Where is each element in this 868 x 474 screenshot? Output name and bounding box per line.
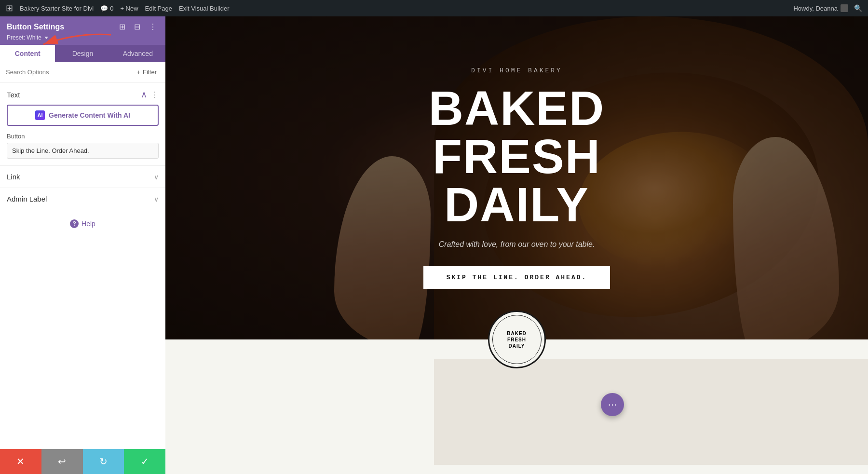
hero-title: BAKED FRESH DAILY [343,84,691,229]
hero-section: DIVI HOME BAKERY BAKED FRESH DAILY Craft… [165,16,868,339]
stamp-text: BAKED FRESH DAILY [507,330,527,349]
help-label: Help [81,220,95,228]
panel-preset[interactable]: Preset: White [7,34,159,41]
new-link[interactable]: + New [120,5,138,12]
preset-dropdown-arrow [44,37,48,39]
text-section-header: Text ∧ ⋮ [0,82,165,105]
panel-tabs: Content Design Advanced [0,45,165,62]
section-menu-btn[interactable]: ⋮ [151,90,159,99]
hero-subtitle: DIVI HOME BAKERY [343,67,691,74]
duplicate-icon-btn[interactable]: ⊞ [117,21,127,32]
save-icon: ✓ [141,456,149,467]
preset-label: Preset: White [7,34,41,41]
content-card [434,359,868,465]
button-text-input[interactable] [7,143,159,159]
stamp-seal: BAKED FRESH DAILY [488,311,546,368]
user-avatar [841,4,848,12]
link-section-title: Link [7,173,20,181]
close-button[interactable]: ✕ [0,449,41,474]
hero-title-line1: BAKED FRESH [343,84,691,180]
wp-admin-bar: ⊞ Bakery Starter Site for Divi 💬 0 + New… [0,0,868,16]
link-section-header[interactable]: Link ∨ [0,166,165,188]
save-button[interactable]: ✓ [124,449,165,474]
comment-icon: 💬 [100,5,108,12]
hero-title-line2: DAILY [343,180,691,229]
undo-icon: ↩ [58,456,66,467]
link-chevron-icon: ∨ [154,173,159,181]
search-bar: + Filter [0,62,165,82]
ai-icon: AI [35,110,45,120]
tab-content[interactable]: Content [0,45,55,62]
ai-generate-label: Generate Content With AI [49,111,130,119]
edit-page-link[interactable]: Edit Page [145,5,172,12]
tab-advanced[interactable]: Advanced [110,45,165,62]
undo-button[interactable]: ↩ [41,449,83,474]
section-collapse-btn[interactable]: ∧ [141,89,147,100]
comment-bubble[interactable]: 💬 0 [100,5,113,12]
admin-label-chevron-icon: ∨ [154,195,159,203]
panel-content: Text ∧ ⋮ AI Generate Content With AI But… [0,82,165,449]
panel-header: Button Settings ⊞ ⊟ ⋮ Preset: White [0,16,165,45]
main-layout: Button Settings ⊞ ⊟ ⋮ Preset: White [0,16,868,474]
close-icon: ✕ [16,456,25,467]
admin-bar-left: ⊞ Bakery Starter Site for Divi 💬 0 + New… [6,3,230,14]
comment-count: 0 [110,5,113,12]
site-name-link[interactable]: Bakery Starter Site for Divi [20,5,94,12]
text-section-title: Text [7,91,20,99]
link-section: Link ∨ [0,165,165,188]
tab-design[interactable]: Design [55,45,110,62]
hero-content: DIVI HOME BAKERY BAKED FRESH DAILY Craft… [324,67,710,289]
exit-builder-link[interactable]: Exit Visual Builder [179,5,230,12]
admin-label-section: Admin Label ∨ [0,188,165,210]
section-controls: ∧ ⋮ [141,89,159,100]
left-panel: Button Settings ⊞ ⊟ ⋮ Preset: White [0,16,165,474]
hero-description: Crafted with love, from our oven to your… [343,240,691,249]
layout-icon-btn[interactable]: ⊟ [132,21,142,32]
panel-title-row: Button Settings ⊞ ⊟ ⋮ [7,21,159,32]
help-section[interactable]: ? Help [0,210,165,238]
wp-logo-icon[interactable]: ⊞ [6,3,13,14]
ai-generate-button[interactable]: AI Generate Content With AI [7,105,159,126]
redo-button[interactable]: ↻ [83,449,124,474]
panel-header-icons: ⊞ ⊟ ⋮ [117,21,159,32]
stamp-line3: DAILY [507,343,527,349]
filter-button[interactable]: + Filter [134,67,160,77]
help-icon: ? [70,219,79,228]
stamp-line2: FRESH [507,337,527,343]
fab-icon: ··· [608,398,617,411]
filter-label: Filter [143,68,157,76]
redo-icon: ↻ [99,456,108,467]
ai-button-wrapper: AI Generate Content With AI [0,105,165,133]
admin-label-header[interactable]: Admin Label ∨ [0,188,165,210]
stamp-line1: BAKED [507,330,527,337]
button-field-label: Button [7,133,159,140]
panel-title: Button Settings [7,23,64,31]
filter-plus-icon: + [137,68,141,76]
button-field-section: Button [0,133,165,165]
hero-cta-button[interactable]: SKIP THE LINE. ORDER AHEAD. [423,266,610,289]
right-content: DIVI HOME BAKERY BAKED FRESH DAILY Craft… [165,16,868,474]
below-hero-section: BAKED FRESH DAILY [165,339,868,474]
search-icon[interactable]: 🔍 [854,4,862,12]
howdy-text: Howdy, Deanna [793,4,848,12]
search-input[interactable] [6,68,130,76]
more-icon-btn[interactable]: ⋮ [147,21,159,32]
admin-label-title: Admin Label [7,195,47,203]
purple-fab-button[interactable]: ··· [601,393,624,416]
bottom-bar: ✕ ↩ ↻ ✓ [0,449,165,474]
admin-bar-right: Howdy, Deanna 🔍 [793,4,862,12]
